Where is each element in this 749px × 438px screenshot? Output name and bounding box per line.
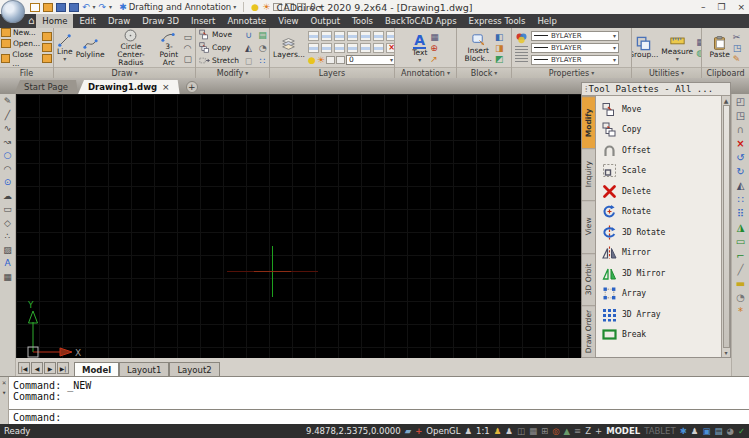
app-logo-icon[interactable] [1, 0, 25, 23]
layer-tool-icon[interactable] [360, 31, 371, 41]
id-point-icon[interactable]: ◍ [696, 48, 701, 58]
lineweight-dropdown[interactable]: BYLAYER ▾ [531, 55, 619, 65]
layer-tool-icon[interactable] [321, 43, 332, 53]
dynamic-input-icon[interactable]: + [595, 427, 602, 436]
menu-tools[interactable]: Tools [346, 14, 379, 28]
layer-dropdown[interactable]: 0 ▾ [346, 55, 394, 65]
palette-item-mirror[interactable]: Mirror [602, 243, 721, 264]
command-close-icon[interactable]: × [2, 380, 6, 387]
polyline-button[interactable]: Polyline [76, 36, 105, 59]
offset-tool-icon[interactable]: ∪ [245, 30, 252, 40]
attributes-icon[interactable]: ◩ [495, 54, 504, 64]
lineweight-icon[interactable] [515, 55, 528, 63]
layer-tool-icon[interactable] [308, 31, 319, 41]
panel-label-modify[interactable]: Modify ▾ [196, 67, 269, 78]
ellipse-icon[interactable]: ⊙ [4, 178, 12, 187]
layer-on-icon[interactable]: ● [308, 55, 316, 65]
lineweight-icon[interactable]: ≡ [574, 427, 581, 436]
fillet-icon[interactable]: ◔ [736, 293, 745, 303]
array-icon[interactable]: ∷ [737, 195, 743, 205]
close-button[interactable]: Close ... [1, 50, 40, 68]
point-icon[interactable]: ∴ [5, 232, 11, 241]
palette-tab-modify[interactable]: Modify [582, 96, 595, 148]
command-input[interactable]: Command: [13, 412, 61, 423]
polyline-icon[interactable]: ↝ [4, 138, 12, 147]
layer-tool-icon[interactable] [334, 43, 345, 53]
circle-icon[interactable]: ○ [4, 151, 12, 160]
text-button[interactable]: A Text ▾ [412, 33, 427, 63]
annotation-visibility-icon[interactable]: ♟ [494, 427, 502, 436]
create-block-icon[interactable]: ◧ [495, 32, 504, 42]
edit-tool-icon[interactable]: ▤ [258, 30, 267, 40]
move-icon[interactable]: ◰ [736, 97, 745, 107]
fillet-tool-icon[interactable]: ◔ [259, 43, 267, 53]
layer-tool-icon[interactable] [321, 31, 332, 41]
tab-layout1[interactable]: Layout1 [119, 362, 169, 376]
color-dropdown[interactable]: BYLAYER ▾ [531, 31, 619, 41]
table-icon[interactable]: ▦ [3, 273, 12, 282]
copy-button[interactable]: Copy [199, 42, 239, 53]
open-button[interactable]: Open... [1, 39, 40, 48]
color-wheel-icon[interactable] [515, 32, 528, 45]
measure-icon[interactable]: ▬ [736, 279, 745, 289]
line-icon[interactable]: ╱ [5, 111, 10, 120]
paste-button[interactable]: Paste [710, 36, 730, 59]
panel-label-draw[interactable]: Draw ▾ [54, 67, 195, 78]
tab-close-icon[interactable]: × [162, 82, 170, 92]
status-coordinates[interactable]: 9.4878,2.5375,0.0000 [306, 426, 401, 436]
osnap-icon[interactable]: ◎ [552, 427, 559, 436]
palette-item-rotate[interactable]: Rotate [602, 202, 721, 223]
explode-icon[interactable]: * [738, 307, 743, 317]
layer-tool-icon[interactable] [360, 43, 371, 53]
palette-item-scale[interactable]: Scale [602, 161, 721, 182]
annotation-person-icon[interactable]: ♟ [464, 427, 472, 436]
arc-icon[interactable]: ◠ [4, 165, 12, 174]
tab-layout2[interactable]: Layout2 [169, 362, 219, 376]
undo-caret-icon[interactable]: ▾ [93, 4, 96, 10]
tab-model[interactable]: Model [74, 362, 119, 376]
redo-caret-icon[interactable]: ▾ [109, 4, 112, 10]
insert-block-button[interactable]: Insert Block... [465, 32, 492, 63]
layer-tool-icon[interactable] [373, 31, 384, 41]
palette-item-3d-array[interactable]: 3D Array [602, 304, 721, 325]
palette-tab-view[interactable]: View [582, 200, 595, 252]
menu-insert[interactable]: Insert [185, 14, 221, 28]
layer-plot-icon[interactable] [326, 56, 335, 64]
undo-icon[interactable]: ↶ [82, 2, 90, 12]
ucs-z-icon[interactable]: Z [585, 427, 591, 436]
hatch-icon[interactable]: ▨ [3, 246, 12, 255]
close-button[interactable]: × [737, 2, 745, 12]
lock-toggle-icon[interactable] [285, 3, 294, 11]
menu-home[interactable]: Home [36, 14, 73, 28]
new-tab-button[interactable]: + [186, 81, 198, 93]
new-button[interactable]: New... [1, 28, 40, 37]
palette-item-delete[interactable]: Delete [602, 181, 721, 202]
dim-toggle-icon[interactable] [273, 3, 282, 11]
join-icon[interactable]: ⌐ [736, 251, 744, 261]
break-icon[interactable]: ▭ [736, 237, 745, 247]
table-tool-icon[interactable]: ▦ [430, 32, 439, 42]
menu-output[interactable]: Output [304, 14, 346, 28]
tab-start-page[interactable]: Start Page [14, 80, 78, 94]
menu-draw[interactable]: Draw [102, 14, 136, 28]
windows-icon[interactable]: ▣ [702, 427, 710, 436]
hardware-accel-icon[interactable]: + [415, 427, 422, 436]
chamfer-icon[interactable]: ╱ [737, 265, 743, 275]
array-tool-icon[interactable]: ∷ [260, 56, 266, 66]
layouts-icon[interactable]: ▤ [714, 427, 722, 436]
array-3d-icon[interactable]: ⠿ [737, 209, 744, 219]
last-tab-button[interactable]: ▶| [57, 362, 69, 374]
text-icon[interactable]: A [4, 259, 10, 268]
palette-item-copy[interactable]: Copy [602, 120, 721, 141]
model-space-toggle[interactable]: MODEL [606, 426, 640, 436]
lightbulb-icon[interactable]: ● [251, 2, 259, 12]
tab-drawing1[interactable]: Drawing1.dwg × [78, 80, 180, 94]
panel-label-clipboard[interactable]: Clipboard [702, 67, 749, 78]
circle-button[interactable]: Circle Center-Radius [108, 28, 155, 67]
panel-label-annotation[interactable]: Annotation ▾ [395, 67, 456, 78]
prev-tab-button[interactable]: ◀ [31, 362, 43, 374]
stretch-button[interactable]: Stretch [199, 55, 239, 66]
layer-tool-icon[interactable] [373, 43, 384, 53]
arc-tool-icon[interactable]: ◠ [183, 43, 192, 53]
annotation-autoscale-icon[interactable]: ♟ [505, 427, 513, 436]
